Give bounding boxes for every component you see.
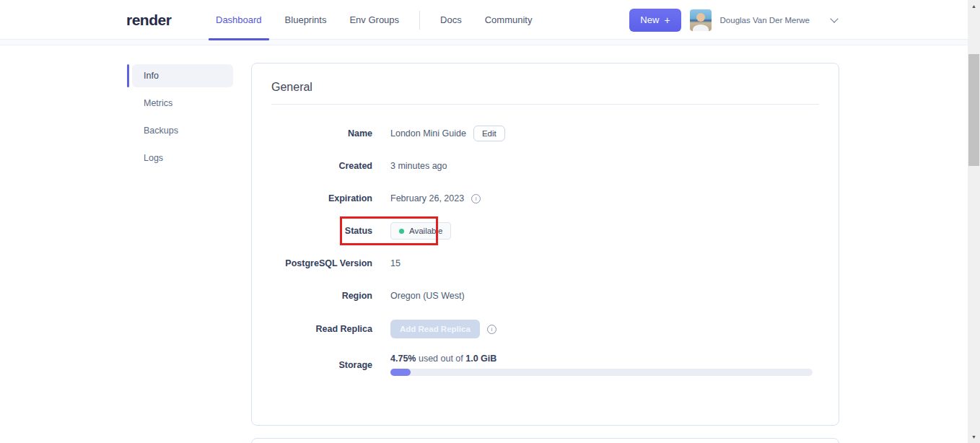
nav-env-groups[interactable]: Env Groups	[338, 0, 411, 40]
nav-community[interactable]: Community	[473, 0, 544, 40]
row-expiration: Expiration February 26, 2023 i	[271, 190, 819, 207]
nav-dashboard[interactable]: Dashboard	[204, 0, 274, 40]
row-region: Region Oregon (US West)	[271, 287, 819, 304]
main-nav: Dashboard Blueprints Env Groups Docs Com…	[204, 0, 543, 40]
storage-total: 1.0 GiB	[465, 354, 496, 364]
storage-label: Storage	[271, 360, 372, 370]
render-logo[interactable]: render	[126, 0, 171, 40]
next-card-top-edge	[251, 438, 839, 443]
expiration-value: February 26, 2023	[390, 193, 464, 203]
user-menu-name[interactable]: Douglas Van Der Merwe	[720, 16, 810, 25]
created-value: 3 minutes ago	[390, 161, 447, 171]
general-card: General Name London Mini Guide Edit Crea…	[251, 63, 839, 426]
nav-blueprints[interactable]: Blueprints	[274, 0, 338, 40]
storage-used-text: used out of	[416, 354, 465, 364]
name-label: Name	[271, 128, 372, 139]
sidebar-item-logs[interactable]: Logs	[132, 146, 233, 170]
nav-divider	[419, 11, 420, 30]
new-button-label: New	[640, 14, 659, 25]
add-read-replica-button[interactable]: Add Read Replica	[390, 320, 480, 338]
sidebar: Info Metrics Backups Logs	[132, 64, 233, 174]
region-label: Region	[271, 291, 372, 301]
sidebar-item-metrics[interactable]: Metrics	[132, 92, 233, 115]
storage-used-pct: 4.75%	[390, 354, 416, 364]
row-storage: Storage 4.75% used out of 1.0 GiB	[271, 354, 819, 376]
status-badge-label: Available	[409, 227, 442, 235]
sidebar-item-backups[interactable]: Backups	[132, 119, 233, 142]
header-right: New + Douglas Van Der Merwe	[629, 0, 837, 40]
created-label: Created	[271, 161, 372, 171]
storage-progress-fill	[390, 369, 411, 376]
row-status: Status Available	[271, 222, 819, 240]
status-badge: Available	[390, 222, 451, 240]
sidebar-item-info[interactable]: Info	[132, 64, 233, 87]
subheader-band	[0, 40, 980, 45]
chevron-down-icon[interactable]	[830, 14, 838, 22]
row-created: Created 3 minutes ago	[271, 157, 819, 175]
region-value: Oregon (US West)	[390, 291, 465, 301]
postgres-version-value: 15	[390, 258, 401, 268]
status-dot-icon	[399, 229, 404, 234]
storage-usage-text: 4.75% used out of 1.0 GiB	[390, 354, 813, 364]
expiration-label: Expiration	[271, 193, 372, 203]
plus-icon: +	[664, 14, 670, 26]
card-title-divider	[271, 104, 819, 105]
row-read-replica: Read Replica Add Read Replica i	[271, 320, 819, 338]
edit-name-button[interactable]: Edit	[473, 126, 505, 141]
postgres-version-label: PostgreSQL Version	[271, 258, 372, 268]
read-replica-info-icon[interactable]: i	[487, 325, 496, 334]
storage-progress-track	[390, 369, 813, 376]
scrollbar-thumb[interactable]	[968, 54, 979, 166]
row-postgres-version: PostgreSQL Version 15	[271, 255, 819, 272]
scroll-up-icon[interactable]: ▲	[968, 0, 980, 12]
read-replica-label: Read Replica	[271, 324, 372, 334]
expiration-info-icon[interactable]: i	[471, 194, 481, 203]
name-value: London Mini Guide	[390, 128, 466, 139]
avatar[interactable]	[690, 9, 712, 31]
top-navbar: render Dashboard Blueprints Env Groups D…	[0, 0, 980, 40]
nav-docs[interactable]: Docs	[429, 0, 473, 40]
card-title: General	[271, 81, 819, 94]
status-label: Status	[271, 226, 372, 236]
vertical-scrollbar[interactable]: ▲ ▼	[968, 0, 980, 443]
new-button[interactable]: New +	[629, 9, 681, 32]
scroll-down-icon[interactable]: ▼	[968, 431, 980, 443]
row-name: Name London Mini Guide Edit	[271, 125, 819, 142]
